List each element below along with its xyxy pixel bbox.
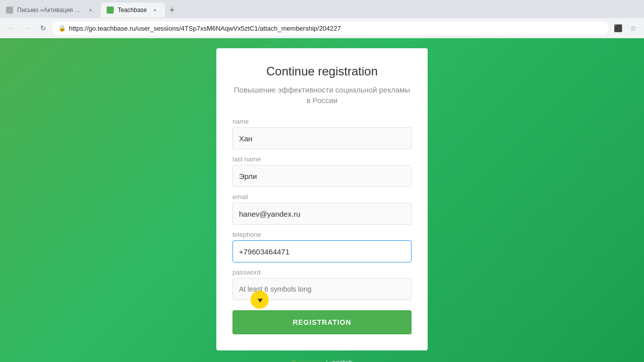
tab-letter-label: Письмо «Активация по... bbox=[17, 7, 83, 14]
lang-divider: | bbox=[326, 358, 328, 362]
email-field-group: email bbox=[232, 193, 412, 225]
tab-letter-close[interactable]: × bbox=[87, 6, 95, 14]
telephone-input[interactable] bbox=[232, 240, 412, 262]
new-tab-button[interactable]: + bbox=[165, 3, 179, 17]
bookmark-icon[interactable]: ☆ bbox=[626, 21, 640, 35]
lang-russian[interactable]: русский bbox=[291, 358, 322, 362]
lang-russian-label: русский bbox=[298, 358, 322, 362]
tab-teachbase-close[interactable]: × bbox=[151, 6, 159, 14]
name-field-group: name bbox=[232, 118, 412, 149]
reload-button[interactable]: ↻ bbox=[36, 21, 50, 35]
footer: русский | english bbox=[291, 358, 352, 362]
address-actions: ⬛ ☆ bbox=[611, 21, 640, 35]
telephone-label: telephone bbox=[232, 231, 412, 238]
address-bar: ← → ↻ 🔒 https://go.teachbase.ru/user_ses… bbox=[0, 18, 644, 38]
lock-icon: 🔒 bbox=[58, 25, 66, 32]
tab-teachbase[interactable]: Teachbase × bbox=[101, 3, 165, 18]
register-button[interactable]: REGISTRATION bbox=[232, 310, 412, 334]
email-input[interactable] bbox=[232, 203, 412, 225]
last-name-input[interactable] bbox=[232, 165, 412, 187]
form-card: Continue registration Повышение эффектив… bbox=[216, 48, 428, 350]
password-label: password bbox=[232, 268, 412, 276]
tab-letter[interactable]: Письмо «Активация по... × bbox=[0, 3, 101, 18]
password-input[interactable] bbox=[232, 278, 412, 300]
tab-bar: Письмо «Активация по... × Teachbase × + bbox=[0, 0, 644, 18]
name-input[interactable] bbox=[232, 127, 412, 149]
name-label: name bbox=[232, 118, 412, 125]
page-background: Continue registration Повышение эффектив… bbox=[0, 38, 644, 362]
telephone-field-group: telephone bbox=[232, 231, 412, 262]
password-field-group: password bbox=[232, 268, 412, 300]
last-name-label: last name bbox=[232, 155, 412, 163]
tab-teachbase-favicon bbox=[107, 7, 114, 14]
cast-icon[interactable]: ⬛ bbox=[611, 21, 625, 35]
browser-chrome: Письмо «Активация по... × Teachbase × + … bbox=[0, 0, 644, 38]
last-name-field-group: last name bbox=[232, 155, 412, 187]
url-bar[interactable]: 🔒 https://go.teachbase.ru/user_sessions/… bbox=[52, 21, 609, 35]
form-subtitle: Повышение эффективности социальной рекла… bbox=[232, 84, 412, 106]
tab-letter-favicon bbox=[6, 7, 13, 14]
lang-russian-dot bbox=[291, 360, 296, 363]
form-title: Continue registration bbox=[266, 64, 377, 78]
back-button[interactable]: ← bbox=[4, 21, 18, 35]
url-text: https://go.teachbase.ru/user_sessions/4T… bbox=[69, 25, 341, 32]
forward-button[interactable]: → bbox=[20, 21, 34, 35]
tab-teachbase-label: Teachbase bbox=[118, 7, 147, 14]
email-label: email bbox=[232, 193, 412, 201]
lang-english[interactable]: english bbox=[332, 358, 352, 362]
